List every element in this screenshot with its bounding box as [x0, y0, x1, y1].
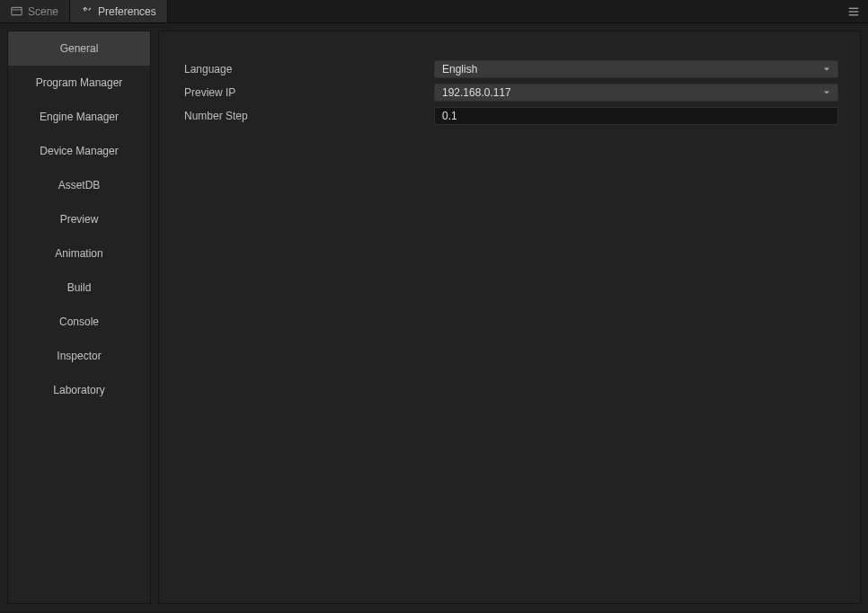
label-preview-ip: Preview IP — [181, 86, 434, 99]
svg-rect-3 — [849, 14, 859, 15]
sidebar-item-inspector[interactable]: Inspector — [8, 339, 150, 373]
sidebar-item-preview[interactable]: Preview — [8, 202, 150, 236]
label-language: Language — [181, 63, 434, 76]
row-language: Language English — [181, 60, 838, 78]
tab-preferences-label: Preferences — [98, 5, 156, 18]
row-preview-ip: Preview IP 192.168.0.117 — [181, 84, 838, 102]
input-number-step[interactable]: 0.1 — [434, 107, 838, 125]
sidebar-item-device-manager[interactable]: Device Manager — [8, 134, 150, 168]
preferences-content: Language English Preview IP 192.168.0.11… — [158, 31, 861, 604]
sidebar-item-console[interactable]: Console — [8, 305, 150, 339]
tab-bar: Scene Preferences — [0, 0, 868, 23]
sidebar-item-laboratory[interactable]: Laboratory — [8, 373, 150, 407]
row-number-step: Number Step 0.1 — [181, 107, 838, 125]
sidebar-item-animation[interactable]: Animation — [8, 236, 150, 271]
hamburger-icon — [847, 5, 860, 18]
label-number-step: Number Step — [181, 110, 434, 122]
sidebar-item-build[interactable]: Build — [8, 271, 150, 305]
tools-icon — [81, 5, 93, 17]
svg-rect-2 — [849, 11, 859, 12]
svg-rect-1 — [849, 8, 859, 9]
tab-preferences[interactable]: Preferences — [70, 0, 168, 22]
select-language-value: English — [442, 63, 477, 76]
sidebar-item-assetdb[interactable]: AssetDB — [8, 168, 150, 202]
tab-scene[interactable]: Scene — [0, 0, 70, 22]
sidebar-item-general[interactable]: General — [8, 31, 150, 66]
sidebar-item-program-manager[interactable]: Program Manager — [8, 66, 150, 100]
preferences-sidebar: General Program Manager Engine Manager D… — [7, 31, 151, 604]
tab-scene-label: Scene — [28, 5, 58, 18]
sidebar-item-engine-manager[interactable]: Engine Manager — [8, 100, 150, 134]
chevron-down-icon — [821, 64, 832, 75]
panel-body: General Program Manager Engine Manager D… — [0, 23, 868, 611]
select-preview-ip-value: 192.168.0.117 — [442, 86, 511, 99]
select-preview-ip[interactable]: 192.168.0.117 — [434, 84, 838, 102]
svg-rect-0 — [12, 7, 22, 14]
scene-icon — [11, 5, 22, 17]
select-language[interactable]: English — [434, 60, 838, 78]
input-number-step-value: 0.1 — [442, 110, 457, 122]
panel-menu-button[interactable] — [845, 0, 863, 23]
chevron-down-icon — [821, 87, 832, 98]
